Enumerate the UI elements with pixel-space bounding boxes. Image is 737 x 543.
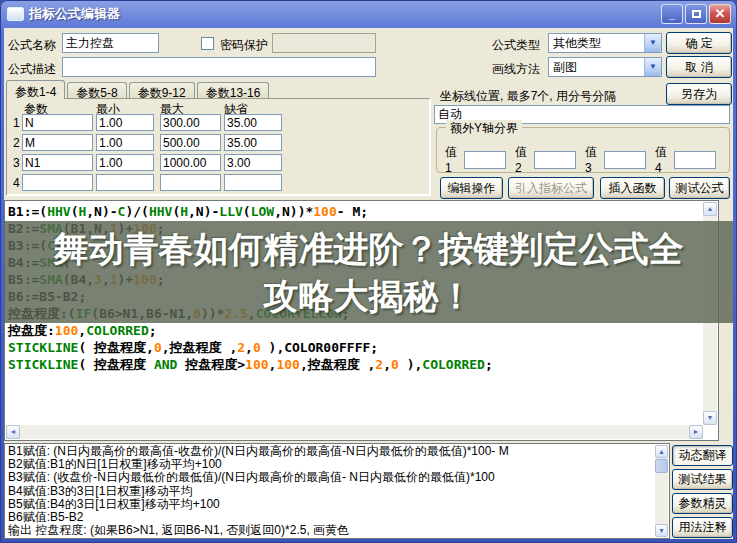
y-value-input-1[interactable] <box>464 151 506 169</box>
param-min-input[interactable] <box>96 114 154 131</box>
chevron-down-icon[interactable]: ▼ <box>644 58 661 76</box>
tab-param-1[interactable]: 参数1-4 <box>6 80 65 99</box>
test-formula-button[interactable]: 测试公式 <box>669 177 730 199</box>
param-row-number: 1 <box>13 116 20 130</box>
param-default-input[interactable] <box>224 174 282 191</box>
code-token: HHV <box>47 204 70 219</box>
translation-line: B3赋值: (收盘价-N日内最低价的最低值)/(N日内最高价的最高值- N日内最… <box>8 471 654 484</box>
insert-function-button[interactable]: 插入函数 <box>600 177 665 199</box>
usage-notes-button[interactable]: 用法注释 <box>672 517 733 538</box>
formula-name-label: 公式名称 <box>8 37 56 54</box>
param-min-input[interactable] <box>96 134 154 151</box>
minimize-icon: _ <box>669 8 675 20</box>
formula-type-label: 公式类型 <box>492 37 540 54</box>
draw-method-select[interactable]: 副图 ▼ <box>548 57 662 77</box>
scroll-down-icon[interactable]: ▼ <box>655 524 668 537</box>
translation-scrollbar[interactable]: ▲ ▼ <box>655 445 668 537</box>
y-value-input-2[interactable] <box>534 151 576 169</box>
scroll-left-icon[interactable]: ◄ <box>6 425 20 439</box>
coord-line-label: 坐标线位置, 最多7个, 用分号分隔 <box>440 88 616 105</box>
table-row: 2 <box>6 134 430 154</box>
maximize-button[interactable] <box>685 4 707 24</box>
formula-name-input[interactable] <box>62 33 159 53</box>
param-name-input[interactable] <box>22 134 93 151</box>
dynamic-translation-panel: B1赋值: (N日内最高价的最高值-收盘价)/(N日内最高价的最高值-N日内最低… <box>4 443 670 539</box>
code-token: COLORRED <box>422 357 485 372</box>
save-as-button[interactable]: 另存为 <box>666 83 732 105</box>
formula-desc-label: 公式描述 <box>8 61 56 78</box>
param-max-input[interactable] <box>160 154 221 171</box>
table-row: 4 <box>6 174 430 194</box>
y-value-input-4[interactable] <box>674 151 716 169</box>
tab-param-4[interactable]: 参数13-16 <box>197 82 270 99</box>
code-token: ,N)- <box>188 204 219 219</box>
code-token: , <box>383 357 391 372</box>
code-token: B1:=( <box>8 204 47 219</box>
y-value-label-3: 值3 <box>585 144 601 175</box>
edit-operation-button[interactable]: 编辑操作 <box>440 177 503 199</box>
scroll-up-icon[interactable]: ▲ <box>655 445 668 458</box>
app-icon <box>7 7 24 21</box>
maximize-icon <box>692 10 701 18</box>
password-protect-checkbox[interactable] <box>201 37 214 50</box>
dynamic-translation-button[interactable]: 动态翻译 <box>672 445 733 466</box>
param-default-input[interactable] <box>224 134 282 151</box>
code-token: H <box>180 204 188 219</box>
minimize-button[interactable]: _ <box>661 4 683 24</box>
formula-type-value: 其他类型 <box>549 35 644 52</box>
code-token: ( <box>243 204 251 219</box>
param-wizard-button[interactable]: 参数精灵 <box>672 493 733 514</box>
scrollbar-thumb[interactable] <box>655 459 668 473</box>
y-value-input-3[interactable] <box>604 151 646 169</box>
tab-param-3[interactable]: 参数9-12 <box>129 82 195 99</box>
scroll-up-icon[interactable]: ▲ <box>703 202 717 216</box>
code-token: 100 <box>245 357 268 372</box>
param-max-input[interactable] <box>160 114 221 131</box>
code-token: STICKLINE <box>8 340 78 355</box>
formula-desc-input[interactable] <box>62 57 376 77</box>
scroll-down-icon[interactable]: ▼ <box>703 411 717 425</box>
code-token: ,控盘程度 , <box>300 357 375 372</box>
code-token: ; <box>149 323 157 338</box>
close-icon: ✕ <box>715 6 726 21</box>
test-result-button[interactable]: 测试结果 <box>672 469 733 490</box>
code-token: 控盘度: <box>8 323 55 338</box>
cancel-button[interactable]: 取 消 <box>666 56 732 78</box>
y-value-label-2: 值2 <box>515 144 531 175</box>
param-min-input[interactable] <box>96 174 154 191</box>
titlebar[interactable]: 指标公式编辑器 _ ✕ <box>0 0 737 28</box>
draw-method-value: 副图 <box>549 59 644 76</box>
table-row: 1 <box>6 114 430 134</box>
client-area: 公式名称 密码保护 公式类型 其他类型 ▼ 确 定 公式描述 画线方法 副图 ▼… <box>4 28 733 539</box>
formula-type-select[interactable]: 其他类型 ▼ <box>548 33 662 53</box>
translation-line: B5赋值:B4的3日[1日权重]移动平均+100 <box>8 498 654 511</box>
code-token: LLV <box>219 204 242 219</box>
code-token: 100 <box>313 204 336 219</box>
ok-button[interactable]: 确 定 <box>666 32 732 54</box>
code-token: ; <box>485 357 493 372</box>
formula-editor-window: 指标公式编辑器 _ ✕ 公式名称 密码保护 公式类型 其他类型 ▼ 确 定 公式… <box>0 0 737 543</box>
tab-param-2[interactable]: 参数5-8 <box>67 82 126 99</box>
translation-lines: B1赋值: (N日内最高价的最高值-收盘价)/(N日内最高价的最高值-N日内最低… <box>8 445 654 537</box>
param-table: 参数最小最大缺省 1234 <box>6 98 430 195</box>
code-horizontal-scrollbar[interactable]: ◄ ► <box>6 425 703 439</box>
window-title: 指标公式编辑器 <box>29 5 661 23</box>
param-name-input[interactable] <box>22 154 93 171</box>
code-token: LOW <box>251 204 274 219</box>
param-name-input[interactable] <box>22 174 93 191</box>
code-token: ),COLOR00FFFF; <box>261 340 378 355</box>
password-protect-label: 密码保护 <box>220 37 268 54</box>
param-default-input[interactable] <box>224 114 282 131</box>
param-default-input[interactable] <box>224 154 282 171</box>
param-max-input[interactable] <box>160 134 221 151</box>
param-max-input[interactable] <box>160 174 221 191</box>
close-button[interactable]: ✕ <box>709 4 731 24</box>
y-value-label-1: 值1 <box>445 144 461 175</box>
code-token: STICKLINE <box>8 357 78 372</box>
code-line: 控盘度:100,COLORRED; <box>8 322 702 339</box>
watermark-line1: 舞动青春如何精准进阶？按键判定公式全 <box>54 225 684 272</box>
param-min-input[interactable] <box>96 154 154 171</box>
scroll-right-icon[interactable]: ► <box>689 425 703 439</box>
param-name-input[interactable] <box>22 114 93 131</box>
chevron-down-icon[interactable]: ▼ <box>644 34 661 52</box>
